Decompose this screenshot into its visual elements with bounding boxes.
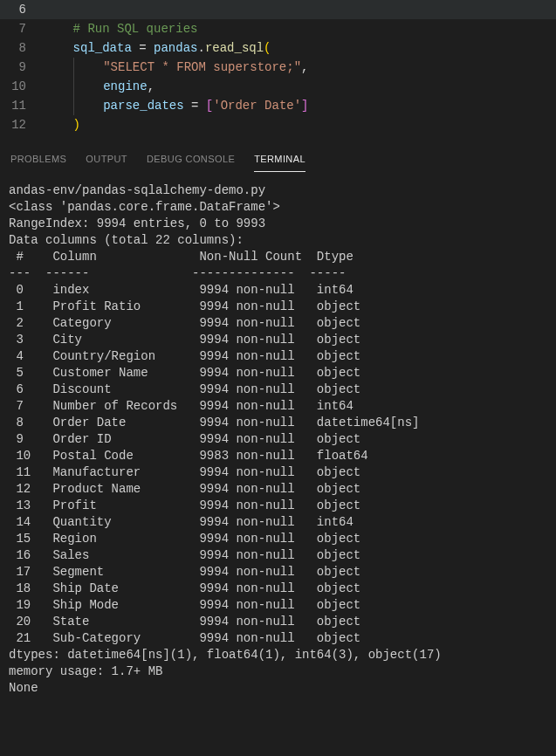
terminal-line: 8 Order Date 9994 non-null datetime64[ns… — [9, 415, 547, 431]
line-number: 8 — [0, 38, 44, 58]
terminal-line: 1 Profit Ratio 9994 non-null object — [9, 299, 547, 315]
code-line[interactable]: 9 "SELECT * FROM superstore;", — [0, 58, 556, 77]
code-line[interactable]: 6 — [0, 0, 556, 19]
terminal-line: 20 State 9994 non-null object — [9, 614, 547, 630]
terminal-line: 10 Postal Code 9983 non-null float64 — [9, 448, 547, 464]
terminal-line: 9 Order ID 9994 non-null object — [9, 431, 547, 448]
terminal-output[interactable]: andas-env/pandas-sqlalchemy-demo.py<clas… — [0, 172, 556, 707]
code-line[interactable]: 10 engine, — [0, 77, 556, 96]
panel-tab-output[interactable]: OUTPUT — [86, 150, 127, 172]
code-content[interactable]: sql_data = pandas.read_sql( — [44, 38, 556, 58]
terminal-line: 0 index 9994 non-null int64 — [9, 282, 547, 299]
terminal-line: 5 Customer Name 9994 non-null object — [9, 365, 547, 381]
terminal-line: 3 City 9994 non-null object — [9, 332, 547, 348]
line-number: 7 — [0, 19, 44, 38]
terminal-line: 14 Quantity 9994 non-null int64 — [9, 514, 547, 531]
code-editor[interactable]: 67 # Run SQL queries8 sql_data = pandas.… — [0, 0, 556, 141]
terminal-line: dtypes: datetime64[ns](1), float64(1), i… — [9, 647, 547, 663]
terminal-line: 11 Manufacturer 9994 non-null object — [9, 464, 547, 481]
terminal-line: None — [9, 680, 547, 697]
terminal-line: 15 Region 9994 non-null object — [9, 531, 547, 547]
line-number: 9 — [0, 58, 44, 77]
terminal-line: 4 Country/Region 9994 non-null object — [9, 348, 547, 365]
terminal-line: Data columns (total 22 columns): — [9, 232, 547, 249]
terminal-line: <class 'pandas.core.frame.DataFrame'> — [9, 199, 547, 216]
terminal-line: andas-env/pandas-sqlalchemy-demo.py — [9, 182, 547, 199]
code-line[interactable]: 11 parse_dates = ['Order Date'] — [0, 96, 556, 115]
line-number: 12 — [0, 115, 44, 134]
panel-tab-problems[interactable]: PROBLEMS — [10, 150, 66, 172]
terminal-line: 16 Sales 9994 non-null object — [9, 547, 547, 564]
terminal-line: 12 Product Name 9994 non-null object — [9, 481, 547, 498]
line-number: 6 — [0, 0, 44, 19]
panel-tab-debug-console[interactable]: DEBUG CONSOLE — [147, 150, 235, 172]
terminal-line: 13 Profit 9994 non-null object — [9, 498, 547, 514]
code-content[interactable]: parse_dates = ['Order Date'] — [44, 96, 556, 115]
line-number: 10 — [0, 77, 44, 96]
terminal-line: 17 Segment 9994 non-null object — [9, 564, 547, 581]
terminal-line: 2 Category 9994 non-null object — [9, 315, 547, 332]
code-content[interactable]: ) — [44, 115, 556, 134]
line-number: 11 — [0, 96, 44, 115]
terminal-line: RangeIndex: 9994 entries, 0 to 9993 — [9, 216, 547, 232]
terminal-line: memory usage: 1.7+ MB — [9, 663, 547, 680]
terminal-line: 19 Ship Mode 9994 non-null object — [9, 597, 547, 614]
terminal-line: 6 Discount 9994 non-null object — [9, 381, 547, 398]
code-content[interactable]: # Run SQL queries — [44, 19, 556, 38]
panel-tabs: PROBLEMSOUTPUTDEBUG CONSOLETERMINAL — [0, 141, 556, 172]
terminal-line: --- ------ -------------- ----- — [9, 265, 547, 282]
code-content[interactable]: "SELECT * FROM superstore;", — [44, 58, 556, 77]
code-line[interactable]: 7 # Run SQL queries — [0, 19, 556, 38]
panel-tab-terminal[interactable]: TERMINAL — [254, 150, 305, 172]
code-content[interactable]: engine, — [44, 77, 556, 96]
terminal-line: 7 Number of Records 9994 non-null int64 — [9, 398, 547, 415]
code-line[interactable]: 8 sql_data = pandas.read_sql( — [0, 38, 556, 58]
terminal-line: 18 Ship Date 9994 non-null object — [9, 581, 547, 597]
terminal-line: 21 Sub-Category 9994 non-null object — [9, 630, 547, 647]
code-line[interactable]: 12 ) — [0, 115, 556, 134]
code-content[interactable] — [44, 0, 556, 19]
terminal-line: # Column Non-Null Count Dtype — [9, 249, 547, 265]
